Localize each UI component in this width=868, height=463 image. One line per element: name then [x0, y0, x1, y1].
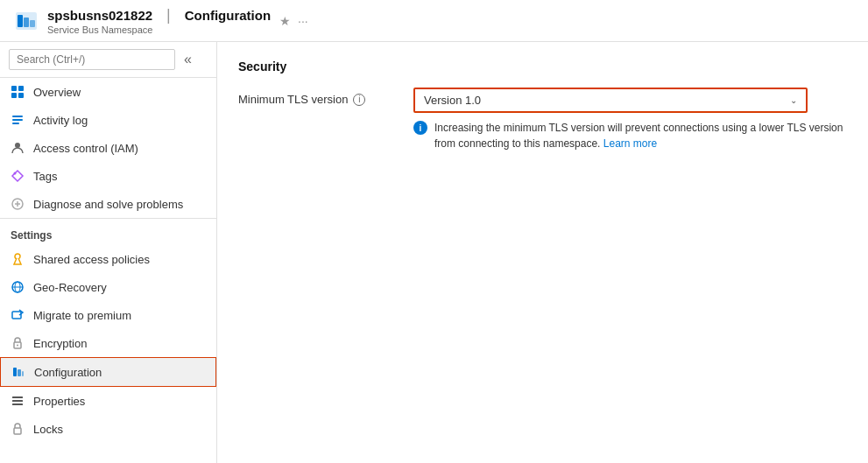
top-header: spsbusns021822 | Configuration Service B…	[0, 0, 868, 42]
sidebar-label-shared-access: Shared access policies	[33, 253, 150, 266]
sidebar-item-shared-access[interactable]: Shared access policies	[0, 245, 216, 273]
svg-rect-7	[18, 93, 24, 98]
tls-version-value: Version 1.0	[424, 94, 481, 107]
shared-access-icon	[11, 252, 25, 266]
svg-rect-8	[12, 116, 23, 117]
tls-label: Minimum TLS version i	[238, 88, 413, 106]
geo-recovery-icon	[11, 280, 25, 294]
sidebar-label-configuration: Configuration	[34, 366, 102, 379]
sidebar-label-tags: Tags	[33, 170, 57, 183]
svg-rect-2	[24, 18, 29, 27]
resource-icon	[14, 9, 39, 33]
svg-rect-3	[30, 20, 35, 27]
tls-form-row: Minimum TLS version i Version 1.0 ⌄ i In…	[238, 88, 847, 151]
more-options-icon[interactable]: ···	[298, 14, 308, 28]
properties-icon	[11, 394, 25, 408]
sidebar-item-properties[interactable]: Properties	[0, 387, 216, 415]
overview-icon	[11, 85, 25, 99]
sidebar-item-geo-recovery[interactable]: Geo-Recovery	[0, 273, 216, 301]
settings-section-label: Settings	[0, 218, 216, 245]
sidebar-label-geo-recovery: Geo-Recovery	[33, 281, 107, 294]
search-input[interactable]	[9, 49, 175, 70]
svg-rect-24	[12, 400, 23, 402]
page-title: Configuration	[185, 8, 271, 23]
locks-icon	[11, 422, 25, 436]
sidebar-item-tags[interactable]: Tags	[0, 162, 216, 190]
encryption-icon	[11, 336, 25, 350]
sidebar-item-configuration[interactable]: Configuration	[0, 357, 216, 387]
chevron-down-icon: ⌄	[790, 95, 797, 105]
section-title: Security	[238, 60, 847, 74]
sidebar-item-encryption[interactable]: Encryption	[0, 329, 216, 357]
svg-rect-6	[11, 93, 17, 98]
svg-rect-21	[18, 369, 21, 376]
sidebar: « Overview Activity log Access con	[0, 42, 217, 463]
sidebar-label-overview: Overview	[33, 86, 81, 99]
svg-point-19	[17, 345, 18, 347]
sidebar-item-diagnose[interactable]: Diagnose and solve problems	[0, 190, 216, 218]
svg-rect-20	[13, 368, 17, 376]
sidebar-label-locks: Locks	[33, 423, 63, 436]
header-separator: |	[166, 6, 171, 25]
sidebar-item-activity-log[interactable]: Activity log	[0, 106, 216, 134]
resource-name: spsbusns021822	[47, 8, 152, 23]
svg-rect-5	[18, 86, 24, 91]
info-icon: i	[413, 121, 427, 135]
migrate-icon	[11, 308, 25, 322]
content-area: Security Minimum TLS version i Version 1…	[217, 42, 868, 463]
sidebar-label-encryption: Encryption	[33, 337, 87, 350]
svg-rect-9	[12, 119, 23, 121]
svg-rect-22	[22, 371, 24, 376]
svg-rect-25	[12, 403, 23, 405]
diagnose-icon	[11, 197, 25, 211]
tls-version-dropdown[interactable]: Version 1.0 ⌄	[413, 88, 808, 113]
activity-log-icon	[11, 113, 25, 127]
sidebar-label-activity-log: Activity log	[33, 114, 88, 127]
svg-rect-26	[14, 428, 21, 434]
resource-type: Service Bus Namespace	[47, 25, 271, 35]
svg-rect-4	[11, 86, 17, 91]
sidebar-item-locks[interactable]: Locks	[0, 415, 216, 443]
sidebar-item-overview[interactable]: Overview	[0, 78, 216, 106]
sidebar-nav: Overview Activity log Access control (IA…	[0, 78, 216, 463]
favorite-star-icon[interactable]: ★	[279, 14, 291, 28]
sidebar-label-properties: Properties	[33, 395, 85, 408]
svg-rect-23	[12, 396, 23, 398]
tls-info-icon[interactable]: i	[353, 94, 365, 106]
sidebar-label-diagnose: Diagnose and solve problems	[33, 198, 183, 211]
svg-rect-1	[18, 15, 23, 27]
sidebar-label-access-control: Access control (IAM)	[33, 142, 138, 155]
tls-info-box: i Increasing the minimum TLS version wil…	[413, 120, 847, 151]
sidebar-search-container: «	[0, 42, 216, 78]
svg-point-12	[14, 172, 17, 175]
svg-rect-10	[12, 123, 19, 124]
learn-more-link[interactable]: Learn more	[603, 137, 657, 150]
tls-info-text: Increasing the minimum TLS version will …	[434, 120, 847, 151]
tls-control-wrapper: Version 1.0 ⌄ i Increasing the minimum T…	[413, 88, 847, 151]
main-layout: « Overview Activity log Access con	[0, 42, 868, 463]
header-title-group: spsbusns021822 | Configuration Service B…	[47, 6, 271, 35]
iam-icon	[11, 141, 25, 155]
sidebar-item-migrate[interactable]: Migrate to premium	[0, 301, 216, 329]
tags-icon	[11, 169, 25, 183]
svg-point-11	[15, 143, 20, 148]
tls-label-text: Minimum TLS version	[238, 93, 348, 106]
configuration-icon	[11, 365, 25, 379]
collapse-button[interactable]: «	[180, 50, 195, 69]
sidebar-item-access-control[interactable]: Access control (IAM)	[0, 134, 216, 162]
sidebar-label-migrate: Migrate to premium	[33, 309, 131, 322]
